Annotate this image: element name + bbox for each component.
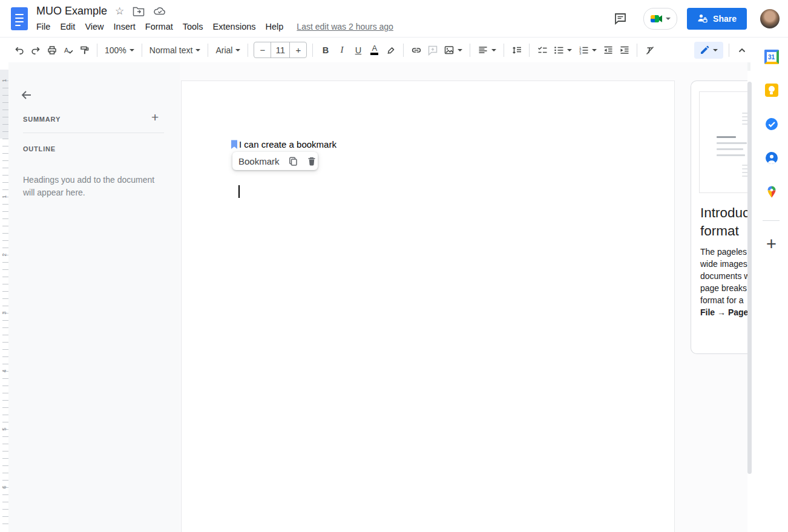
pageless-promo-card: Introduc format The pageles wide images …	[691, 80, 747, 354]
editing-mode-button[interactable]	[694, 42, 723, 59]
text-color-swatch	[370, 53, 378, 55]
get-addons-button[interactable]: +	[766, 235, 777, 253]
account-avatar[interactable]	[760, 9, 780, 28]
undo-button[interactable]	[11, 42, 27, 58]
menu-format[interactable]: Format	[140, 22, 178, 31]
outline-panel: SUMMARY + OUTLINE Headings you add to th…	[8, 62, 180, 532]
underline-button[interactable]: U	[350, 42, 366, 58]
outline-hint-text: Headings you add to the document will ap…	[23, 174, 166, 199]
zoom-select[interactable]: 100%	[102, 42, 137, 58]
menu-file[interactable]: File	[31, 22, 55, 31]
toolbar-divider	[729, 44, 729, 57]
toolbar-divider	[403, 44, 404, 57]
styles-select[interactable]: Normal text	[146, 42, 204, 58]
document-scrollbar[interactable]	[747, 82, 752, 474]
toolbar-divider	[142, 44, 142, 57]
logo-line	[15, 18, 24, 19]
styles-caret	[195, 49, 200, 51]
move-folder-icon[interactable]	[133, 6, 145, 16]
insert-link-button[interactable]	[408, 42, 424, 58]
line-spacing-button[interactable]	[508, 42, 525, 58]
toolbar-divider	[248, 44, 248, 57]
increase-font-size-button[interactable]: +	[290, 42, 306, 57]
decrease-indent-button[interactable]	[600, 42, 616, 58]
promo-body-line: documents w	[700, 270, 747, 282]
font-size-input[interactable]: 11	[271, 42, 290, 57]
toolbar-divider	[529, 44, 530, 57]
bookmark-link[interactable]: Bookmark	[238, 156, 280, 166]
menu-edit[interactable]: Edit	[55, 22, 80, 31]
menu-extensions[interactable]: Extensions	[208, 22, 261, 31]
docs-logo-icon[interactable]	[11, 7, 28, 30]
decrease-font-size-button[interactable]: −	[254, 42, 271, 57]
google-tasks-icon[interactable]	[765, 117, 778, 131]
italic-button[interactable]: I	[333, 42, 350, 58]
toolbar-divider	[470, 44, 470, 57]
paint-format-button[interactable]	[76, 42, 93, 58]
menu-insert[interactable]: Insert	[109, 22, 140, 31]
google-keep-icon[interactable]	[765, 84, 778, 97]
promo-heading: Introduc format	[700, 204, 747, 240]
google-calendar-icon[interactable]: 31	[764, 50, 779, 64]
google-contacts-icon[interactable]	[765, 151, 778, 165]
numbered-list-button[interactable]: 123	[575, 42, 600, 58]
open-comment-history-icon[interactable]	[613, 11, 628, 26]
star-icon[interactable]: ☆	[115, 6, 124, 16]
align-caret	[491, 49, 496, 51]
toolbar-divider	[504, 44, 504, 57]
delete-bookmark-icon[interactable]	[307, 156, 317, 166]
promo-body-line: page breaks	[700, 282, 747, 294]
add-summary-button[interactable]: +	[151, 110, 159, 125]
text-cursor	[238, 185, 240, 198]
highlight-color-button[interactable]	[383, 42, 399, 58]
menu-view[interactable]: View	[80, 22, 108, 31]
ruler-number: 1	[1, 192, 7, 201]
bookmark-flag-icon[interactable]	[231, 140, 238, 149]
cloud-saved-icon[interactable]	[153, 6, 166, 16]
vertical-ruler[interactable]: 1 1 2 3 4 5 6	[0, 62, 8, 532]
promo-body: The pageles wide images documents w page…	[700, 246, 747, 318]
document-page[interactable]: I can create a bookmark Bookmark	[181, 80, 675, 532]
bulleted-list-caret	[567, 49, 572, 51]
print-button[interactable]	[44, 42, 60, 58]
add-comment-button[interactable]	[424, 42, 441, 58]
copy-link-icon[interactable]	[288, 156, 298, 166]
logo-line	[15, 25, 21, 27]
bulleted-list-button[interactable]	[550, 42, 575, 58]
close-outline-icon[interactable]	[19, 88, 34, 102]
spell-check-button[interactable]: A	[60, 42, 76, 58]
bookmark-popup: Bookmark	[232, 152, 318, 170]
promo-body-line: format for a	[700, 294, 747, 306]
menu-help[interactable]: Help	[261, 22, 289, 31]
ruler-number: 3	[1, 309, 7, 317]
ruler-number: 5	[1, 425, 7, 433]
document-text-line[interactable]: I can create a bookmark	[231, 139, 337, 149]
last-edit-link[interactable]: Last edit was 2 hours ago	[297, 22, 393, 31]
pencil-icon	[700, 45, 709, 55]
svg-text:A: A	[64, 46, 69, 53]
promo-body-line: wide images	[700, 258, 747, 270]
document-title[interactable]: MUO Example	[36, 5, 107, 18]
redo-button[interactable]	[27, 42, 44, 58]
toolbar-divider	[208, 44, 208, 57]
share-label: Share	[713, 14, 737, 24]
text-color-button[interactable]: A	[366, 42, 383, 58]
logo-line	[15, 21, 24, 23]
google-maps-icon[interactable]	[766, 185, 778, 199]
checklist-button[interactable]	[534, 42, 550, 58]
clear-formatting-button[interactable]	[642, 42, 658, 58]
side-panel-rail: 31 +	[755, 38, 788, 532]
pageless-preview-image	[699, 91, 747, 193]
increase-indent-button[interactable]	[616, 42, 632, 58]
style-value: Normal text	[149, 45, 193, 55]
google-meet-icon	[650, 13, 663, 24]
share-button[interactable]: Share	[687, 8, 747, 30]
join-meet-button[interactable]	[643, 8, 677, 30]
bold-button[interactable]: B	[317, 42, 333, 58]
hide-menus-button[interactable]	[734, 42, 750, 58]
font-select[interactable]: Arial	[212, 42, 243, 58]
menu-tools[interactable]: Tools	[178, 22, 208, 31]
align-button[interactable]	[474, 42, 499, 58]
insert-image-button[interactable]	[441, 42, 465, 58]
svg-text:3: 3	[579, 51, 582, 54]
